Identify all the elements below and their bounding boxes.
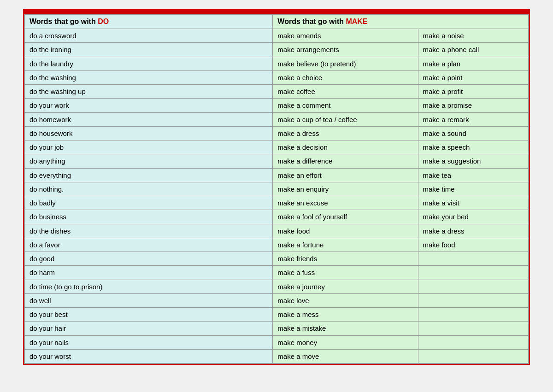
table-row: make a phone call: [418, 43, 529, 57]
table-row: [418, 266, 529, 280]
table-row: make a difference: [273, 154, 418, 168]
table-row: make a fuss: [273, 266, 418, 280]
table-row: do a crossword: [25, 29, 273, 43]
table-row: do a favor: [25, 238, 273, 252]
table-row: make a point: [418, 70, 529, 84]
table-row: make a sound: [418, 126, 529, 140]
table-row: make a choice: [273, 70, 418, 84]
table-row: make believe (to pretend): [273, 57, 418, 70]
table-row: make a mistake: [273, 322, 418, 335]
table-row: make tea: [418, 168, 529, 182]
table-row: [418, 335, 529, 349]
table-row: do time (to go to prison): [25, 280, 273, 293]
table-row: do your nails: [25, 335, 273, 349]
table-row: do the ironing: [25, 43, 273, 57]
table-row: make a cup of tea / coffee: [273, 112, 418, 126]
table-row: make a visit: [418, 196, 529, 210]
table-row: make food: [273, 224, 418, 238]
table-row: make a dress: [418, 224, 529, 238]
table-row: make friends: [273, 252, 418, 266]
table-row: make a dress: [273, 126, 418, 140]
table-row: do your job: [25, 140, 273, 154]
table-row: make coffee: [273, 85, 418, 99]
table-row: make a journey: [273, 280, 418, 293]
table-row: make food: [418, 238, 529, 252]
table-row: do your worst: [25, 349, 273, 363]
table-row: make a speech: [418, 140, 529, 154]
table-row: do the dishes: [25, 224, 273, 238]
table-row: make your bed: [418, 210, 529, 224]
do-word-header: DO: [98, 18, 109, 25]
table-row: make money: [273, 335, 418, 349]
table-row: make arrangements: [273, 43, 418, 57]
table-row: do everything: [25, 168, 273, 182]
table-row: do the laundry: [25, 57, 273, 70]
header-do: Words that go with DO: [25, 15, 273, 29]
header-make-text: Words that go with: [277, 18, 346, 25]
table-row: make an effort: [273, 168, 418, 182]
table-row: do nothing.: [25, 182, 273, 196]
table-row: do your best: [25, 308, 273, 322]
table-row: make a promise: [418, 99, 529, 112]
table-row: do your work: [25, 99, 273, 112]
table-row: make a mess: [273, 308, 418, 322]
table-row: make a profit: [418, 85, 529, 99]
table-row: make love: [273, 293, 418, 307]
table-row: make time: [418, 182, 529, 196]
table-row: make an excuse: [273, 196, 418, 210]
table-row: do your hair: [25, 322, 273, 335]
table-row: do harm: [25, 266, 273, 280]
table-row: [418, 280, 529, 293]
title-bar: [24, 10, 529, 14]
table-row: do anything: [25, 154, 273, 168]
header-do-text: Words that go with: [29, 18, 98, 25]
table-row: do homework: [25, 112, 273, 126]
table-row: make a fool of yourself: [273, 210, 418, 224]
table-row: do badly: [25, 196, 273, 210]
table-row: make a fortune: [273, 238, 418, 252]
table-row: do well: [25, 293, 273, 307]
table-row: make a suggestion: [418, 154, 529, 168]
header-make: Words that go with MAKE: [273, 15, 529, 29]
table-row: make a plan: [418, 57, 529, 70]
table-row: make a decision: [273, 140, 418, 154]
table-row: do good: [25, 252, 273, 266]
table-row: [418, 308, 529, 322]
main-table: Words that go with DO Words that go with…: [24, 14, 529, 363]
table-row: make a move: [273, 349, 418, 363]
table-row: do business: [25, 210, 273, 224]
make-word-header: MAKE: [346, 18, 367, 25]
table-wrapper: Words that go with DO Words that go with…: [24, 14, 529, 364]
table-row: [418, 293, 529, 307]
table-row: do the washing up: [25, 85, 273, 99]
table-row: make an enquiry: [273, 182, 418, 196]
table-row: do the washing: [25, 70, 273, 84]
table-row: make a comment: [273, 99, 418, 112]
table-row: make a noise: [418, 29, 529, 43]
table-row: [418, 252, 529, 266]
page-container: Words that go with DO Words that go with…: [23, 9, 530, 365]
table-row: [418, 322, 529, 335]
table-row: do housework: [25, 126, 273, 140]
table-row: make amends: [273, 29, 418, 43]
table-row: make a remark: [418, 112, 529, 126]
table-row: [418, 349, 529, 363]
